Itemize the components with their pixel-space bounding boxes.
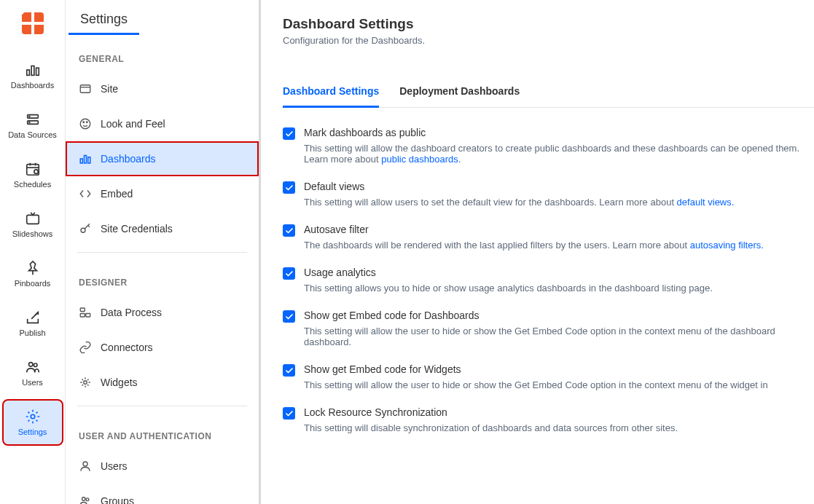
settings-checklist: Mark dashboards as publicThis setting wi… xyxy=(283,127,814,433)
checkbox[interactable] xyxy=(283,267,295,280)
setting-label: Mark dashboards as public xyxy=(304,127,814,138)
checkbox[interactable] xyxy=(283,127,295,140)
setting-row: Show get Embed code for WidgetsThis sett… xyxy=(283,363,814,390)
main-content: Dashboard Settings Configuration for the… xyxy=(261,0,814,504)
setting-label: Default views xyxy=(304,181,734,192)
settings-item-label: Connectors xyxy=(101,342,153,353)
nav-label: Users xyxy=(22,378,43,387)
learn-more-link[interactable]: public dashboards. xyxy=(381,154,461,165)
nav-item-slideshows[interactable]: Slideshows xyxy=(4,202,62,246)
svg-rect-1 xyxy=(31,66,34,76)
svg-rect-22 xyxy=(80,159,82,163)
settings-item-label: Data Process xyxy=(101,307,162,318)
settings-item-dashboards[interactable]: Dashboards xyxy=(66,141,259,176)
setting-content: Default viewsThis setting will allow use… xyxy=(304,181,734,208)
settings-item-data-process[interactable]: Data Process xyxy=(66,295,259,330)
setting-content: Show get Embed code for WidgetsThis sett… xyxy=(304,363,768,390)
palette-icon xyxy=(79,117,92,130)
setting-row: Mark dashboards as publicThis setting wi… xyxy=(283,127,814,165)
nav-item-data-sources[interactable]: Data Sources xyxy=(4,103,62,147)
checkbox[interactable] xyxy=(283,181,295,194)
svg-rect-2 xyxy=(36,68,39,75)
settings-item-label: Groups xyxy=(101,495,134,504)
pin-icon xyxy=(25,260,41,276)
settings-item-site-credentials[interactable]: Site Credentials xyxy=(66,211,259,246)
svg-point-32 xyxy=(86,498,89,501)
settings-item-site[interactable]: Site xyxy=(66,71,259,106)
svg-point-31 xyxy=(82,497,86,501)
page-title: Dashboard Settings xyxy=(283,16,814,32)
gear-icon xyxy=(25,409,41,425)
nav-item-settings[interactable]: Settings xyxy=(4,401,62,444)
setting-description: The dashboards will be rendered with the… xyxy=(304,240,764,251)
calendar-icon xyxy=(25,161,41,177)
settings-item-label: Users xyxy=(101,460,128,472)
settings-section-user-auth: USER AND AUTHENTICATION xyxy=(66,412,259,449)
tab-deployment-dashboards[interactable]: Deployment Dashboards xyxy=(399,85,520,107)
nav-label: Data Sources xyxy=(8,130,57,139)
nav-label: Publish xyxy=(19,328,45,337)
nav-label: Dashboards xyxy=(11,81,54,90)
settings-section-designer: DESIGNER xyxy=(66,259,259,295)
nav-label: Settings xyxy=(18,428,47,436)
nav-rail: Dashboards Data Sources Schedules Slides… xyxy=(0,0,66,504)
page-subtitle: Configuration for the Dashboards. xyxy=(283,35,814,46)
svg-rect-12 xyxy=(26,215,39,224)
nav-item-pinboards[interactable]: Pinboards xyxy=(4,252,62,296)
nav-item-users[interactable]: Users xyxy=(4,351,62,395)
setting-row: Lock Resource SynchronizationThis settin… xyxy=(283,406,814,433)
checkbox[interactable] xyxy=(283,310,295,323)
settings-panel: Settings GENERAL Site Look and Feel Dash… xyxy=(66,0,261,504)
svg-point-15 xyxy=(34,363,37,367)
nav-label: Schedules xyxy=(14,180,51,189)
settings-panel-title: Settings xyxy=(69,12,139,35)
setting-row: Autosave filterThe dashboards will be re… xyxy=(283,224,814,251)
svg-point-6 xyxy=(28,122,29,123)
users-icon xyxy=(79,495,92,504)
checkbox[interactable] xyxy=(283,224,295,237)
setting-content: Mark dashboards as publicThis setting wi… xyxy=(304,127,814,165)
svg-rect-27 xyxy=(86,314,90,318)
setting-label: Autosave filter xyxy=(304,224,764,235)
svg-point-30 xyxy=(83,462,87,466)
setting-label: Show get Embed code for Widgets xyxy=(304,363,768,375)
settings-item-label: Dashboards xyxy=(101,153,156,165)
svg-rect-0 xyxy=(26,70,29,75)
settings-item-widgets[interactable]: Widgets xyxy=(66,365,259,400)
checkbox[interactable] xyxy=(283,364,295,377)
settings-item-label: Widgets xyxy=(101,377,138,388)
nav-item-schedules[interactable]: Schedules xyxy=(4,153,62,197)
learn-more-link[interactable]: default views. xyxy=(677,197,735,208)
settings-item-label: Embed xyxy=(101,188,133,200)
settings-item-embed[interactable]: Embed xyxy=(66,176,259,211)
svg-rect-24 xyxy=(88,157,90,163)
setting-content: Usage analyticsThis setting allows you t… xyxy=(304,267,713,294)
setting-description: This setting will allow the user to hide… xyxy=(304,326,814,347)
key-icon xyxy=(79,222,92,235)
learn-more-link[interactable]: autosaving filters. xyxy=(690,240,764,251)
svg-point-21 xyxy=(87,122,88,123)
svg-point-11 xyxy=(34,170,38,174)
nav-item-dashboards[interactable]: Dashboards xyxy=(4,54,62,98)
app-logo xyxy=(18,9,47,38)
user-icon xyxy=(79,460,92,473)
code-icon xyxy=(79,187,92,200)
svg-point-29 xyxy=(84,381,87,385)
settings-item-groups[interactable]: Groups xyxy=(66,484,259,504)
setting-label: Lock Resource Synchronization xyxy=(304,406,678,418)
setting-description: This setting will allow the user to hide… xyxy=(304,379,768,390)
svg-rect-26 xyxy=(80,308,85,312)
database-icon xyxy=(25,111,41,127)
setting-content: Lock Resource SynchronizationThis settin… xyxy=(304,406,678,433)
tab-dashboard-settings[interactable]: Dashboard Settings xyxy=(283,85,379,108)
settings-item-label: Look and Feel xyxy=(101,118,165,130)
setting-description: This setting will allow the dashboard cr… xyxy=(304,143,814,165)
checkbox[interactable] xyxy=(283,407,295,420)
nav-label: Slideshows xyxy=(12,229,53,238)
nav-item-publish[interactable]: Publish xyxy=(4,302,62,345)
settings-item-users[interactable]: Users xyxy=(66,449,259,484)
setting-row: Default viewsThis setting will allow use… xyxy=(283,181,814,208)
settings-item-look-and-feel[interactable]: Look and Feel xyxy=(66,106,259,141)
users-icon xyxy=(25,359,41,375)
settings-item-connectors[interactable]: Connectors xyxy=(66,330,259,365)
